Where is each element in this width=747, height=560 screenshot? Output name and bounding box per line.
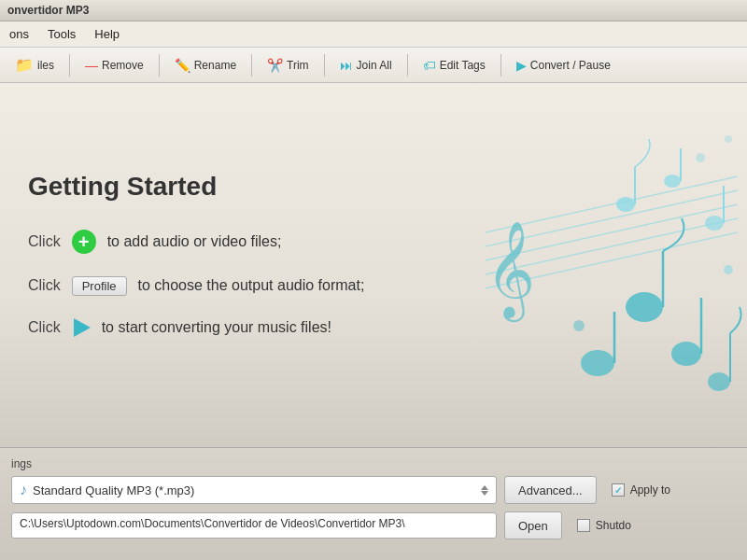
join-icon: ⏭ — [340, 58, 353, 73]
arrow-up-icon — [481, 485, 488, 490]
shutdown-checkbox-item[interactable]: Shutdo — [577, 519, 631, 532]
toolbar-separator-2 — [159, 54, 160, 77]
open-button[interactable]: Open — [504, 511, 562, 539]
remove-icon: — — [85, 58, 98, 73]
output-path-input[interactable]: C:\Users\Uptodown.com\Documents\Converti… — [11, 512, 497, 539]
add-files-button[interactable]: 📁 iles — [7, 52, 62, 77]
app-title: onvertidor MP3 — [7, 4, 89, 17]
step-text-2: to choose the output audio format; — [138, 277, 365, 294]
getting-started-panel: Getting Started Click + to add audio or … — [0, 153, 747, 378]
play-icon — [74, 318, 91, 337]
step-3: Click to start converting your music fil… — [28, 318, 719, 337]
toolbar-separator-1 — [69, 54, 70, 77]
profile-dropdown[interactable]: ♪ Standard Quality MP3 (*.mp3) — [11, 476, 497, 504]
shutdown-label: Shutdo — [596, 519, 631, 532]
music-note-icon: ♪ — [20, 482, 27, 498]
toolbar-separator-5 — [407, 54, 408, 77]
page-title: Getting Started — [28, 172, 719, 202]
menu-item-options[interactable]: ons — [0, 24, 38, 44]
profile-dropdown-value: Standard Quality MP3 (*.mp3) — [33, 483, 475, 497]
add-files-icon: 📁 — [15, 56, 34, 74]
join-all-button[interactable]: ⏭ Join All — [332, 54, 400, 77]
toolbar-separator-4 — [324, 54, 325, 77]
trim-icon: ✂️ — [267, 58, 283, 73]
menu-item-tools[interactable]: Tools — [38, 24, 85, 44]
main-content: Getting Started Click + to add audio or … — [0, 83, 747, 447]
step-2: Click Profile to choose the output audio… — [28, 276, 719, 296]
apply-to-checkbox-item[interactable]: Apply to — [612, 483, 670, 497]
arrow-down-icon — [481, 491, 488, 496]
convert-icon: ▶ — [516, 58, 527, 73]
toolbar-separator-6 — [500, 54, 501, 77]
step-text-1: to add audio or video files; — [107, 233, 282, 250]
plus-icon: + — [72, 230, 96, 254]
title-bar: onvertidor MP3 — [0, 0, 747, 21]
convert-pause-button[interactable]: ▶ Convert / Pause — [509, 54, 618, 77]
apply-to-checkbox[interactable] — [612, 483, 625, 497]
shutdown-group: Shutdo — [577, 519, 631, 532]
toolbar: 📁 iles — Remove ✏️ Rename ✂️ Trim ⏭ Join… — [0, 48, 747, 83]
bottom-row-1: ♪ Standard Quality MP3 (*.mp3) Advanced.… — [11, 476, 736, 504]
trim-button[interactable]: ✂️ Trim — [260, 54, 317, 77]
svg-point-19 — [725, 135, 732, 143]
step-click-3: Click — [28, 319, 61, 336]
path-value: C:\Users\Uptodown.com\Documents\Converti… — [20, 517, 405, 530]
advanced-button[interactable]: Advanced... — [504, 476, 597, 504]
apply-to-label: Apply to — [630, 483, 670, 497]
step-click-2: Click — [28, 277, 61, 294]
menu-bar: ons Tools Help — [0, 21, 747, 48]
step-click-1: Click — [28, 233, 61, 250]
dropdown-arrows — [481, 485, 488, 496]
rename-icon: ✏️ — [175, 58, 190, 73]
profile-button[interactable]: Profile — [72, 276, 127, 296]
step-text-3: to start converting your music files! — [102, 319, 331, 336]
rename-button[interactable]: ✏️ Rename — [167, 54, 244, 77]
bottom-panel: ings ♪ Standard Quality MP3 (*.mp3) Adva… — [0, 447, 747, 560]
toolbar-separator-3 — [251, 54, 252, 77]
menu-item-help[interactable]: Help — [85, 24, 129, 44]
bottom-row-2: C:\Users\Uptodown.com\Documents\Converti… — [11, 511, 736, 539]
remove-button[interactable]: — Remove — [78, 54, 151, 77]
step-1: Click + to add audio or video files; — [28, 230, 719, 254]
settings-label: ings — [11, 457, 736, 470]
shutdown-checkbox[interactable] — [577, 519, 590, 532]
checkbox-group: Apply to — [612, 483, 670, 497]
edit-tags-button[interactable]: 🏷 Edit Tags — [416, 54, 493, 77]
edit-tags-icon: 🏷 — [423, 58, 436, 73]
